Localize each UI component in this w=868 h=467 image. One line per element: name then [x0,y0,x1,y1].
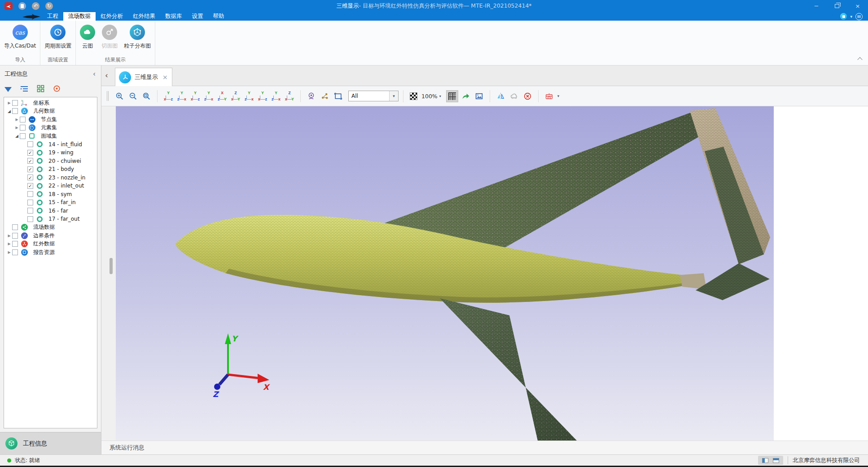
tree-checkbox[interactable] [20,133,26,139]
view-button-3[interactable]: Yxz [189,90,202,102]
snapshot-button[interactable] [473,90,485,102]
tree-item[interactable]: ✓23 - nozzle_in [4,174,97,182]
tree-item[interactable]: ▶报告资源 [4,248,97,257]
redo-icon[interactable]: ↻ [45,2,53,10]
zoom-out-button[interactable] [127,90,139,102]
view-button-6[interactable]: ZxY [229,90,242,102]
tree-checkbox[interactable]: ✓ [27,166,33,172]
menu-item-1[interactable]: 流场数据 [63,12,96,21]
cloud-display-button[interactable] [508,90,520,102]
app-logo-icon[interactable] [4,2,13,10]
tree-item[interactable]: 流场数据 [4,223,97,232]
ribbon-button-cas[interactable]: cas导入Cas/Dat [1,25,39,50]
expander-icon[interactable]: ▶ [6,101,12,105]
viewport-3d[interactable]: Y X Z [116,106,774,441]
export-view-button[interactable] [460,90,472,102]
layout-split-icon[interactable] [762,458,768,463]
opacity-checker-icon[interactable] [410,92,417,100]
zoom-level-select[interactable]: 100% ▾ [421,93,441,100]
view-button-2[interactable]: Yzx [175,90,188,102]
expander-icon[interactable]: ▶ [14,118,20,122]
tree-checkbox[interactable] [12,233,18,239]
tree-checkbox[interactable] [27,200,33,205]
undo-icon[interactable]: ↶ [32,2,39,10]
view-button-8[interactable]: Yxz [256,90,269,102]
tree-item[interactable]: 17 - far_out [4,215,97,223]
tree-checkbox[interactable] [27,141,33,147]
view-button-5[interactable]: XzY [216,90,228,102]
ribbon-button-cloud[interactable]: 云图 [77,25,98,50]
view-button-1[interactable]: Yxz [162,90,175,102]
tree-item[interactable]: ✓22 - inlet_out [4,182,97,190]
close-button[interactable]: × [847,0,868,12]
tree-checkbox[interactable]: ✓ [27,150,33,156]
expander-icon[interactable]: ◢ [6,109,12,113]
tree-item[interactable]: ▶元素集 [4,124,97,132]
menu-item-6[interactable]: 帮助 [208,12,229,21]
expander-icon[interactable]: ▶ [6,234,12,238]
chevron-down-icon[interactable]: ▾ [557,94,560,98]
collapse-list-icon[interactable] [20,85,28,94]
camera-view-button[interactable] [305,90,317,102]
expander-icon[interactable]: ▶ [14,126,20,130]
zoom-in-button[interactable] [114,90,126,102]
tree-checkbox[interactable] [20,117,26,122]
tree-item[interactable]: 14 - int_fluid [4,140,97,149]
tree-item[interactable]: ✓21 - body [4,165,97,174]
chevron-down-icon[interactable]: ▾ [850,14,852,19]
tree-item[interactable]: ◢面域集 [4,132,97,140]
tree-checkbox[interactable] [12,241,18,247]
tab-3d-view[interactable]: 三维显示 × [115,68,172,86]
view-button-4[interactable]: Yzx [202,90,215,102]
view-button-7[interactable]: Yzx [243,90,255,102]
view-button-9[interactable]: Yzx [270,90,282,102]
tree-checkbox[interactable]: ✓ [27,175,33,180]
layout-stack-icon[interactable] [773,458,779,463]
tree-checkbox[interactable]: ✓ [27,183,33,189]
tree-item[interactable]: ✓20 - chuiwei [4,157,97,166]
view-button-10[interactable]: ZxY [283,90,296,102]
minimize-button[interactable]: ─ [806,0,827,12]
tree-checkbox[interactable] [20,125,26,131]
tree-item[interactable]: ◢几何数据 [4,107,97,116]
tab-scroll-left-icon[interactable]: ‹ [105,72,108,79]
tree-item[interactable]: 16 - far [4,207,97,215]
menu-item-2[interactable]: 红外分析 [96,12,128,21]
pause-icon[interactable] [855,13,863,20]
expander-icon[interactable]: ▶ [6,242,12,246]
style-icon[interactable] [840,13,847,20]
new-document-icon[interactable] [18,2,26,10]
tab-close-icon[interactable]: × [162,74,168,81]
chevron-down-icon[interactable]: ▾ [389,91,398,101]
tree-checkbox[interactable] [12,249,18,255]
export-box-button[interactable] [543,90,555,102]
panel-collapse-button[interactable]: ‹ [93,70,96,78]
ribbon-button-clock[interactable]: 周期面设置 [41,25,75,50]
grid-view-icon[interactable] [37,85,44,94]
particle-display-button[interactable] [319,90,331,102]
mirror-button[interactable] [495,90,507,102]
target-icon[interactable] [53,85,61,94]
panel-splitter-handle[interactable] [110,258,113,274]
tree-checkbox[interactable]: ✓ [27,158,33,164]
tree-item[interactable]: ▶边界条件 [4,231,97,240]
tree-checkbox[interactable] [12,108,18,114]
expander-icon[interactable]: ▶ [6,250,12,254]
menu-item-0[interactable]: 工程 [42,12,63,21]
filter-icon[interactable] [4,87,12,92]
tree-item[interactable]: ▶YZX坐标系 [4,99,97,107]
tree-checkbox[interactable] [12,100,18,106]
display-filter-select[interactable]: All ▾ [348,91,399,101]
tree-item[interactable]: ▶节点集 [4,115,97,124]
tree-item[interactable]: 15 - far_in [4,198,97,207]
expander-icon[interactable]: ◢ [14,134,20,138]
toolbar-drag-handle[interactable] [107,91,109,101]
grid-toggle-button[interactable] [446,90,458,102]
delete-result-button[interactable] [522,90,534,102]
panel-footer[interactable]: 工程信息 [0,432,101,454]
menu-item-3[interactable]: 红外结果 [128,12,160,21]
ribbon-button-particle[interactable]: 粒子分布图 [121,25,154,50]
zoom-fit-button[interactable] [140,90,153,102]
tree-checkbox[interactable] [12,224,18,230]
tree-item[interactable]: 18 - sym [4,190,97,199]
